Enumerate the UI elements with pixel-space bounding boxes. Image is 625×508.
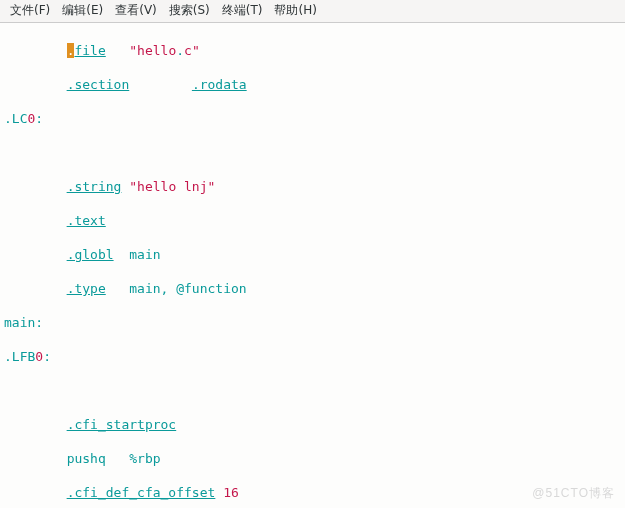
code-line: .LFB0: [4, 348, 625, 365]
watermark: @51CTO博客 [532, 485, 615, 502]
menubar: 文件(F) 编辑(E) 查看(V) 搜索(S) 终端(T) 帮助(H) [0, 0, 625, 23]
code-line: .text [4, 212, 625, 229]
code-line: .globl main [4, 246, 625, 263]
code-line: .string "hello lnj" [4, 178, 625, 195]
code-line [4, 382, 625, 399]
menu-view[interactable]: 查看(V) [111, 2, 161, 20]
menu-edit[interactable]: 编辑(E) [58, 2, 107, 20]
menu-search[interactable]: 搜索(S) [165, 2, 214, 20]
code-editor[interactable]: .file "hello.c" .section .rodata .LC0: .… [0, 23, 625, 508]
menu-file[interactable]: 文件(F) [6, 2, 54, 20]
code-line: .file "hello.c" [4, 42, 625, 59]
code-line: .type main, @function [4, 280, 625, 297]
menu-terminal[interactable]: 终端(T) [218, 2, 267, 20]
code-line: main: [4, 314, 625, 331]
code-line: pushq %rbp [4, 450, 625, 467]
menu-help[interactable]: 帮助(H) [270, 2, 320, 20]
code-line: .cfi_startproc [4, 416, 625, 433]
code-line [4, 144, 625, 161]
code-line: .section .rodata [4, 76, 625, 93]
code-line: .LC0: [4, 110, 625, 127]
